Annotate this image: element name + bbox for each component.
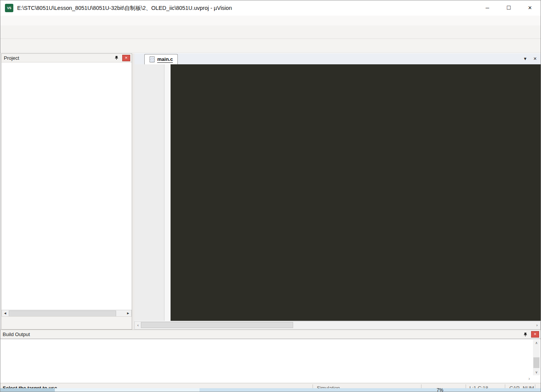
editor-pane: main.c ▼ ✕ ‹ › <box>134 53 541 330</box>
menu-bar <box>0 16 541 25</box>
tab-close-icon[interactable]: ✕ <box>533 56 537 61</box>
taskbar-cpu-percent: 7% <box>437 387 443 392</box>
window-title: E:\STC\8051U\Lesson_8051U\8051U-32bit\自制… <box>17 5 232 12</box>
tab-list-dropdown-icon[interactable]: ▼ <box>523 56 527 61</box>
c-file-icon <box>150 56 155 62</box>
code-editor[interactable] <box>134 64 541 321</box>
build-output-close-icon[interactable]: ✕ <box>531 331 539 338</box>
taskbar-strip: 7% <box>0 388 541 392</box>
title-bar: V5 E:\STC\8051U\Lesson_8051U\8051U-32bit… <box>0 0 541 16</box>
pin-icon[interactable] <box>523 332 528 337</box>
project-hscrollbar[interactable]: ◄ ► <box>2 310 132 317</box>
panel-tab-bar <box>2 316 132 329</box>
toolbar-file <box>0 25 541 39</box>
build-output-panel: Build Output ✕ ∧ ∨ › <box>0 330 541 383</box>
scroll-right-arrow-icon[interactable]: › <box>534 322 540 328</box>
build-output-log[interactable] <box>0 339 541 383</box>
tab-main-c[interactable]: main.c <box>144 54 178 64</box>
tab-label: main.c <box>157 56 173 63</box>
line-number-gutter <box>134 64 164 321</box>
scroll-left-arrow-icon[interactable]: ‹ <box>135 322 141 328</box>
scroll-up-arrow-icon[interactable]: ∧ <box>533 340 540 346</box>
project-panel-close-icon[interactable]: ✕ <box>122 55 130 61</box>
project-panel: Project ✕ ◄ ► <box>1 53 132 330</box>
project-tree[interactable] <box>2 62 132 272</box>
scroll-right-arrow-icon[interactable]: › <box>528 376 530 381</box>
editor-hscrollbar[interactable]: ‹ › <box>134 321 541 330</box>
scroll-thumb[interactable] <box>141 322 293 328</box>
taskbar-segment <box>55 388 199 392</box>
build-vscrollbar[interactable]: ∧ ∨ <box>533 340 540 375</box>
build-output-title: Build Output <box>3 331 523 337</box>
build-output-header: Build Output ✕ <box>0 330 541 339</box>
maximize-button[interactable]: ☐ <box>498 0 519 16</box>
pin-icon[interactable] <box>114 55 119 61</box>
project-panel-header: Project ✕ <box>2 54 132 62</box>
scroll-left-arrow-icon[interactable]: ◄ <box>2 310 8 316</box>
fold-margin <box>164 64 171 321</box>
scroll-down-arrow-icon[interactable]: ∨ <box>533 369 540 375</box>
scroll-right-arrow-icon[interactable]: ► <box>125 310 131 316</box>
scroll-thumb[interactable] <box>9 311 116 317</box>
taskbar-segment <box>0 388 55 392</box>
toolbar-build <box>0 39 541 53</box>
uvision-window: V5 E:\STC\8051U\Lesson_8051U\8051U-32bit… <box>0 0 541 392</box>
project-panel-title: Project <box>4 55 114 61</box>
uvision-logo-icon: V5 <box>5 4 13 12</box>
editor-tab-bar: main.c ▼ ✕ <box>134 53 541 65</box>
scroll-thumb[interactable] <box>533 357 539 368</box>
minimize-button[interactable]: ─ <box>477 0 498 16</box>
close-button[interactable]: ✕ <box>519 0 541 16</box>
